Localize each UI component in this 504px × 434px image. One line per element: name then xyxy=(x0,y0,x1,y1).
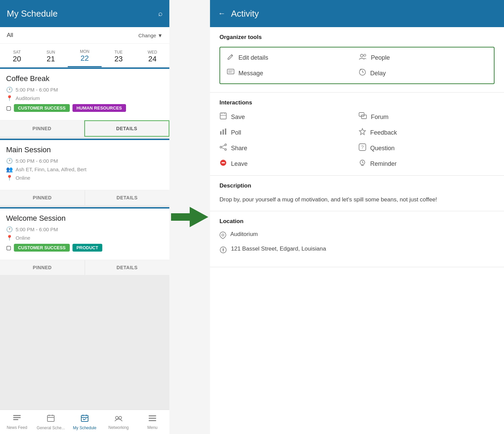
tool-delay[interactable]: Delay xyxy=(359,68,487,78)
svg-point-12 xyxy=(119,416,122,419)
date-mon[interactable]: MON 22 xyxy=(68,46,102,67)
details-button[interactable]: DETAILS xyxy=(85,260,170,275)
svg-rect-15 xyxy=(149,420,156,421)
filter-all-label: All xyxy=(7,32,13,39)
nav-news-feed[interactable]: News Feed xyxy=(0,410,34,434)
right-content: Organizer tools Edit details People xyxy=(210,27,504,434)
tag-human-resources: HUMAN RESOURCES xyxy=(72,104,126,112)
svg-text:?: ? xyxy=(361,144,364,150)
interaction-feedback[interactable]: Feedback xyxy=(359,128,495,137)
card-main-session-time: 🕐 5:00 PM - 6:00 PM xyxy=(6,158,163,164)
details-button[interactable]: DETAILS xyxy=(84,120,170,137)
nav-networking[interactable]: Networking xyxy=(102,410,135,434)
tag-product: PRODUCT xyxy=(72,244,102,252)
svg-point-17 xyxy=(364,54,366,56)
tag-icon: ▢ xyxy=(6,244,11,251)
card-main-session-location: 📍 Online xyxy=(6,175,163,181)
svg-rect-14 xyxy=(149,418,156,419)
question-icon: ? xyxy=(359,143,366,153)
pinned-button[interactable]: PINNED xyxy=(0,260,85,275)
card-welcome-session-location: 📍 Online xyxy=(6,235,163,241)
nav-general-schedule-label: General Sche... xyxy=(37,426,65,430)
interactions-grid: Save Forum Poll xyxy=(219,112,495,169)
svg-rect-7 xyxy=(81,415,88,421)
back-button[interactable]: ← xyxy=(218,9,226,18)
svg-rect-32 xyxy=(225,129,226,135)
date-row: SAT 20 SUN 21 MON 22 TUE 23 WED 24 xyxy=(0,44,169,67)
right-panel: ← Activity Organizer tools Edit details xyxy=(210,0,504,434)
svg-rect-1 xyxy=(13,417,21,418)
svg-marker-33 xyxy=(359,129,365,135)
date-sun[interactable]: SUN 21 xyxy=(34,47,68,67)
my-schedule-icon xyxy=(81,414,89,424)
card-coffee-break-location: 📍 Auditorium xyxy=(6,95,163,101)
card-main-session: Main Session 🕐 5:00 PM - 6:00 PM 👥 Ash E… xyxy=(0,139,169,205)
save-icon xyxy=(219,112,227,122)
nav-general-schedule[interactable]: General Sche... xyxy=(34,410,68,434)
card-coffee-break-time: 🕐 5:00 PM - 6:00 PM xyxy=(6,86,163,93)
card-welcome-session-tags: ▢ CUSTOMER SUCCESS PRODUCT xyxy=(6,244,163,252)
location-title: Location xyxy=(219,218,495,225)
schedule-list: Coffee Break 🕐 5:00 PM - 6:00 PM 📍 Audit… xyxy=(0,67,169,410)
interaction-question[interactable]: ? Question xyxy=(359,143,495,153)
poll-icon xyxy=(219,128,227,137)
general-schedule-icon xyxy=(47,414,55,424)
message-label: Message xyxy=(238,70,263,77)
date-wed[interactable]: WED 24 xyxy=(135,47,169,67)
share-icon xyxy=(219,143,227,153)
interaction-leave[interactable]: Leave xyxy=(219,159,355,169)
organizer-tools-section: Organizer tools Edit details People xyxy=(210,27,504,93)
tools-grid: Edit details People Message xyxy=(227,53,487,78)
pinned-button[interactable]: PINNED xyxy=(0,120,84,137)
left-panel: My Schedule ⌕ All Change ▼ SAT 20 SUN 21… xyxy=(0,0,169,434)
interactions-title: Interactions xyxy=(219,99,495,106)
details-button[interactable]: DETAILS xyxy=(85,190,170,205)
search-icon[interactable]: ⌕ xyxy=(158,9,163,18)
card-main-session-people: 👥 Ash ET, Finn, Lana, Alfred, Bert xyxy=(6,166,163,173)
svg-rect-31 xyxy=(223,130,224,135)
leave-label: Leave xyxy=(231,160,248,167)
bottom-nav: News Feed General Sche... My Schedule Ne… xyxy=(0,410,169,434)
interactions-section: Interactions Save Forum xyxy=(210,93,504,176)
tag-customer-success-2: CUSTOMER SUCCESS xyxy=(14,244,70,252)
svg-point-36 xyxy=(225,149,227,151)
location-address-item: 121 Bassel Street, Edgard, Louisiana xyxy=(219,245,495,255)
tag-customer-success: CUSTOMER SUCCESS xyxy=(14,104,70,112)
tool-message[interactable]: Message xyxy=(227,68,355,78)
reminder-label: Reminder xyxy=(370,160,397,167)
pinned-button[interactable]: PINNED xyxy=(0,190,85,205)
card-welcome-session-time: 🕐 5:00 PM - 6:00 PM xyxy=(6,226,163,233)
tool-people[interactable]: People xyxy=(359,53,487,62)
menu-icon xyxy=(148,414,157,424)
date-sat[interactable]: SAT 20 xyxy=(0,47,34,67)
interaction-reminder[interactable]: Reminder xyxy=(359,159,495,169)
interaction-forum[interactable]: Forum xyxy=(359,112,495,122)
forum-icon xyxy=(359,112,367,122)
svg-point-16 xyxy=(360,54,363,57)
interaction-share[interactable]: Share xyxy=(219,143,355,153)
feedback-icon xyxy=(359,128,366,137)
interaction-save[interactable]: Save xyxy=(219,112,355,122)
location-icon: 📍 xyxy=(6,175,13,181)
svg-point-47 xyxy=(222,234,224,236)
svg-line-45 xyxy=(362,162,363,163)
filter-change-button[interactable]: Change ▼ xyxy=(139,33,163,38)
svg-rect-24 xyxy=(220,113,226,119)
svg-rect-30 xyxy=(220,131,222,135)
svg-line-37 xyxy=(222,145,225,147)
edit-details-label: Edit details xyxy=(238,54,268,61)
description-text: Drop by, pour yourself a mug of motivati… xyxy=(219,195,495,204)
leave-icon xyxy=(219,159,227,169)
edit-icon xyxy=(227,53,234,62)
clock-icon: 🕐 xyxy=(6,86,13,93)
card-welcome-session-title: Welcome Session xyxy=(6,214,163,223)
organizer-tools-box: Edit details People Message xyxy=(219,47,495,84)
right-header-title: Activity xyxy=(231,8,259,19)
compass-icon xyxy=(219,246,227,255)
date-tue[interactable]: TUE 23 xyxy=(102,47,135,67)
tool-edit-details[interactable]: Edit details xyxy=(227,53,355,62)
nav-my-schedule[interactable]: My Schedule xyxy=(68,410,102,434)
card-coffee-break-title: Coffee Break xyxy=(6,74,163,83)
interaction-poll[interactable]: Poll xyxy=(219,128,355,137)
nav-menu[interactable]: Menu xyxy=(135,410,169,434)
